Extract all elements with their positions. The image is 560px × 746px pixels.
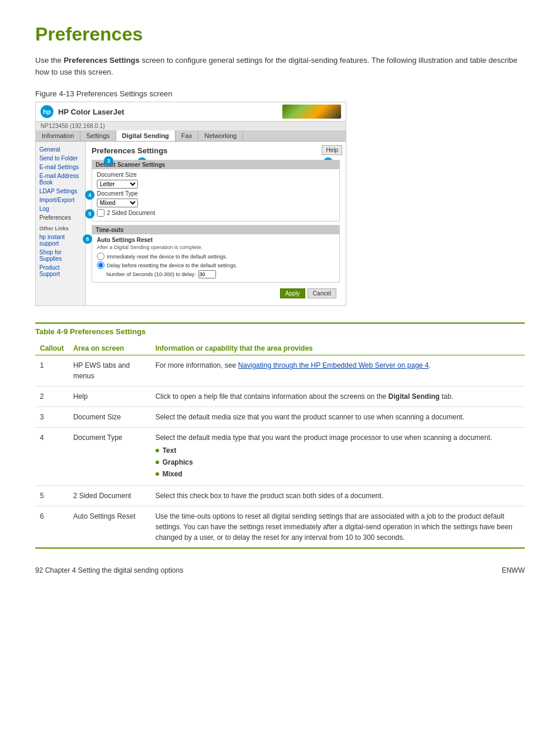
bullet-dot-icon: [156, 449, 159, 452]
help-button[interactable]: Help: [322, 145, 342, 155]
sidebar-item-ldap-settings[interactable]: LDAP Settings: [36, 187, 85, 196]
radio-delay-row: Delay before resetting the device to the…: [97, 261, 335, 269]
figure-label: Figure 4-13: [35, 89, 74, 98]
auto-reset-title: Auto Settings Reset: [97, 237, 335, 243]
sidebar-item-product-support[interactable]: Product Support: [36, 263, 85, 278]
bullet-graphics: Graphics: [156, 457, 520, 468]
table-row: 1 HP EWS tabs and menus For more informa…: [35, 355, 525, 387]
table-row: 2 Help Click to open a help file that co…: [35, 387, 525, 407]
figure-caption: Figure 4-13 Preferences Settings screen: [35, 89, 525, 98]
radio-immediate-row: Immediately reset the device to the defa…: [97, 253, 335, 260]
footer-left: 92 Chapter 4 Setting the digital sending…: [35, 566, 183, 574]
bullet-dot-icon: [156, 472, 159, 476]
row-1-link[interactable]: Navigating through the HP Embedded Web S…: [238, 361, 429, 369]
main-panel: Preferences Settings Help 1 2 3 Default …: [86, 142, 346, 305]
tab-digital-sending[interactable]: Digital Sending: [116, 130, 176, 141]
preferences-table: Callout Area on screen Information or ca…: [35, 342, 525, 549]
row-4-callout: 4: [35, 428, 69, 486]
scanner-settings-group: 3 Default Scanner Settings Document Size…: [92, 160, 340, 221]
bullet-mixed: Mixed: [156, 469, 520, 479]
figure-suffix: screen: [149, 89, 172, 98]
delay-input[interactable]: [198, 270, 216, 278]
sidebar-item-shop-for-supplies[interactable]: Shop for Supplies: [36, 248, 85, 263]
hp-header-image: [282, 105, 341, 119]
hp-logo-icon: hp: [41, 105, 53, 118]
callout-5-circle: 5: [85, 209, 95, 219]
footer-right: ENWW: [502, 566, 525, 574]
sidebar-item-hp-instant-support[interactable]: hp instant support: [36, 233, 85, 248]
doc-size-select-row: Letter: [97, 180, 335, 189]
sidebar-item-email-address-book[interactable]: E-mail Address Book: [36, 172, 85, 187]
table-row: 5 2 Sided Document Select this check box…: [35, 486, 525, 506]
sidebar-item-import-export[interactable]: Import/Export: [36, 196, 85, 204]
row-5-info: Select this check box to have the produc…: [151, 486, 525, 506]
row-6-callout: 6: [35, 506, 69, 549]
doc-type-select[interactable]: Mixed: [97, 199, 138, 207]
callout-3-circle: 3: [104, 156, 113, 166]
cancel-button[interactable]: Cancel: [308, 288, 336, 298]
page-title: Preferences: [35, 23, 525, 45]
radio-delay[interactable]: [97, 261, 104, 269]
intro-paragraph: Use the Preferences Settings screen to c…: [35, 55, 525, 78]
tab-networking[interactable]: Networking: [198, 130, 243, 141]
doc-type-label: Document Type: [97, 190, 150, 197]
row-2-callout: 2: [35, 387, 69, 407]
row-5-callout: 5: [35, 486, 69, 506]
radio-immediate[interactable]: [97, 253, 104, 260]
sidebar-item-general[interactable]: General: [36, 145, 85, 154]
row-1-callout: 1: [35, 355, 69, 387]
sidebar: General Send to Folder E-mail Settings E…: [36, 142, 86, 305]
callout-6-circle: 6: [83, 234, 92, 244]
intro-prefix: Use the: [35, 56, 63, 65]
doc-type-bullets: Text Graphics Mixed: [156, 445, 520, 479]
col-info: Information or capability that the area …: [151, 342, 525, 355]
row-1-info: For more information, see Navigating thr…: [151, 355, 525, 387]
row-3-area: Document Size: [69, 407, 151, 428]
tab-information[interactable]: Information: [36, 130, 80, 141]
tab-settings[interactable]: Settings: [80, 130, 116, 141]
row-4-info: Select the default media type that you w…: [151, 428, 525, 486]
sidebar-section-other-links: Other Links: [36, 224, 85, 233]
table-row: 6 Auto Settings Reset Use the time-outs …: [35, 506, 525, 549]
doc-size-select[interactable]: Letter: [97, 180, 138, 189]
screenshot-box: hp HP Color LaserJet NP123456 (192.168.0…: [35, 102, 346, 306]
delay-label: Number of Seconds (10-300) to delay:: [106, 271, 196, 277]
intro-bold: Preferences Settings: [63, 56, 139, 65]
sidebar-item-preferences[interactable]: Preferences: [36, 213, 85, 222]
apply-button[interactable]: Apply: [280, 288, 305, 298]
row-5-area: 2 Sided Document: [69, 486, 151, 506]
panel-buttons: Apply Cancel: [92, 286, 340, 301]
hp-header: hp HP Color LaserJet: [36, 102, 346, 122]
sidebar-item-email-settings[interactable]: E-mail Settings: [36, 163, 85, 172]
row-4-area: Document Type: [69, 428, 151, 486]
scanner-group-content: Document Size Letter 4 Document Type: [92, 169, 339, 221]
tab-fax[interactable]: Fax: [176, 130, 198, 141]
callout-5-indicator: 5: [85, 209, 95, 219]
two-sided-checkbox[interactable]: [97, 209, 104, 217]
row-3-callout: 3: [35, 407, 69, 428]
auto-reset-subtitle: After a Digital Sending operation is com…: [97, 244, 335, 250]
doc-type-row: 4 Document Type: [97, 190, 335, 197]
table-caption-label: Table 4-9: [35, 327, 68, 336]
timeout-group: Time-outs 6 Auto Settings Reset After a …: [92, 225, 340, 283]
table-caption: Table 4-9 Preferences Settings: [35, 322, 525, 336]
sidebar-item-log[interactable]: Log: [36, 204, 85, 213]
sidebar-item-send-to-folder[interactable]: Send to Folder: [36, 154, 85, 163]
row-2-area: Help: [69, 387, 151, 407]
table-caption-title: Preferences Settings: [68, 327, 146, 336]
doc-size-label: Document Size: [97, 172, 150, 178]
auto-reset-section: 6 Auto Settings Reset After a Digital Se…: [92, 234, 339, 282]
row-6-area: Auto Settings Reset: [69, 506, 151, 549]
main-panel-title: Preferences Settings: [92, 146, 340, 155]
bullet-dot-icon: [156, 461, 159, 464]
figure-title: Preferences Settings: [74, 89, 149, 98]
sub-bar: NP123456 (192.168.0.1): [36, 122, 346, 130]
delay-seconds-row: Number of Seconds (10-300) to delay:: [106, 270, 335, 278]
row-3-info: Select the default media size that you w…: [151, 407, 525, 428]
col-callout: Callout: [35, 342, 69, 355]
scanner-group-title: Default Scanner Settings: [92, 160, 339, 169]
row-2-info: Click to open a help file that contains …: [151, 387, 525, 407]
callout-3-indicator: 3: [104, 156, 113, 166]
table-row: 4 Document Type Select the default media…: [35, 428, 525, 486]
callout-4-circle: 4: [85, 190, 95, 200]
